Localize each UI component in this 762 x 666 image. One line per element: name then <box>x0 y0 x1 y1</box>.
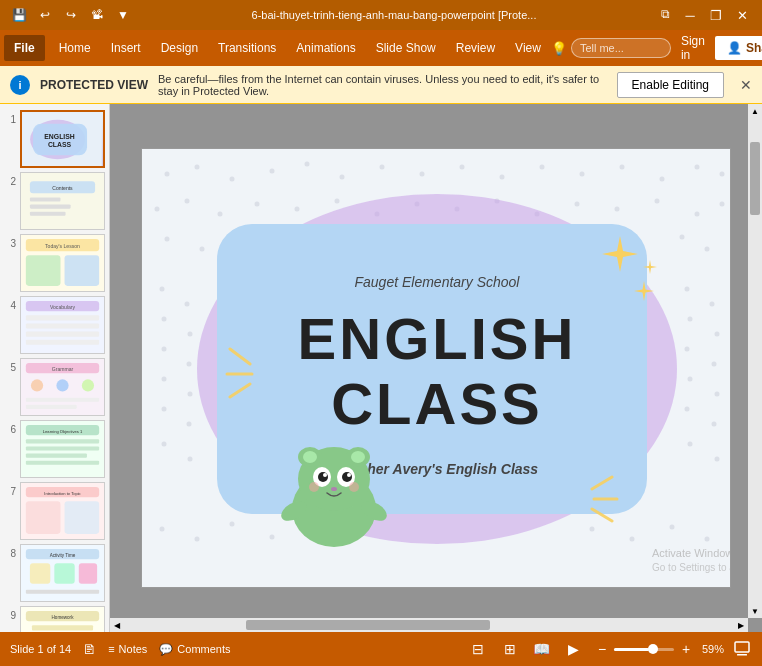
horizontal-scrollbar[interactable]: ◀ ▶ <box>110 618 748 632</box>
svg-point-27 <box>56 379 68 391</box>
slide-thumb-1[interactable]: 1 ENGLISH CLASS <box>4 110 105 168</box>
fit-slide-button[interactable] <box>732 639 752 659</box>
reading-view-button[interactable]: 📖 <box>530 637 554 661</box>
svg-text:Fauget Elementary School: Fauget Elementary School <box>355 274 521 290</box>
comments-button[interactable]: 💬 Comments <box>159 643 230 656</box>
svg-rect-21 <box>26 332 99 337</box>
scroll-track-h[interactable] <box>124 618 734 632</box>
menu-animations[interactable]: Animations <box>286 35 365 61</box>
svg-point-77 <box>255 202 260 207</box>
slide-thumb-2[interactable]: 2 Contents <box>4 172 105 230</box>
menu-bar: File Home Insert Design Transitions Anim… <box>0 30 762 66</box>
slide-thumb-5[interactable]: 5 Grammar <box>4 358 105 416</box>
svg-point-128 <box>162 442 167 447</box>
zoom-in-button[interactable]: + <box>678 641 694 657</box>
menu-insert[interactable]: Insert <box>101 35 151 61</box>
svg-point-95 <box>680 235 685 240</box>
slide-thumbnail-5[interactable]: Grammar <box>20 358 105 416</box>
scroll-track-v[interactable] <box>748 118 762 604</box>
slide-thumbnail-6[interactable]: Learning Objectives 1 <box>20 420 105 478</box>
svg-point-62 <box>305 162 310 167</box>
slide-info-icon[interactable]: 🖹 <box>83 642 96 657</box>
minimize-button[interactable]: ─ <box>678 3 702 27</box>
svg-point-124 <box>162 377 167 382</box>
svg-point-60 <box>230 177 235 182</box>
notes-button[interactable]: ≡ Notes <box>108 643 147 655</box>
svg-point-109 <box>715 332 720 337</box>
svg-point-58 <box>165 172 170 177</box>
menu-view[interactable]: View <box>505 35 551 61</box>
svg-point-99 <box>230 522 235 527</box>
tell-me-input[interactable] <box>571 38 671 58</box>
menu-review[interactable]: Review <box>446 35 505 61</box>
vertical-scrollbar[interactable]: ▲ ▼ <box>748 104 762 618</box>
taskbar-icon[interactable]: ⧉ <box>654 3 676 25</box>
menu-home[interactable]: Home <box>49 35 101 61</box>
slide-sorter-button[interactable]: ⊞ <box>498 637 522 661</box>
normal-view-button[interactable]: ⊟ <box>466 637 490 661</box>
svg-text:CLASS: CLASS <box>331 371 543 436</box>
svg-rect-46 <box>30 563 50 583</box>
menu-file[interactable]: File <box>4 35 45 61</box>
slideshow-button[interactable]: ▶ <box>562 637 586 661</box>
slide-thumb-8[interactable]: 8 Activity Time <box>4 544 105 602</box>
slide-thumbnail-3[interactable]: Today's Lesson <box>20 234 105 292</box>
slide-thumb-9[interactable]: 9 Homework <box>4 606 105 632</box>
close-bar-icon[interactable]: ✕ <box>740 77 752 93</box>
slide-thumb-7[interactable]: 7 Introduction to Topic <box>4 482 105 540</box>
menu-slideshow[interactable]: Slide Show <box>366 35 446 61</box>
save-icon[interactable]: 💾 <box>8 4 30 26</box>
scroll-right-arrow[interactable]: ▶ <box>734 618 748 632</box>
close-button[interactable]: ✕ <box>730 3 754 27</box>
zoom-slider-fill <box>614 648 649 651</box>
svg-rect-19 <box>26 315 99 320</box>
share-button[interactable]: 👤 Share <box>715 36 762 60</box>
customize-icon[interactable]: ▼ <box>112 4 134 26</box>
slide-thumbnail-7[interactable]: Introduction to Topic <box>20 482 105 540</box>
svg-point-87 <box>655 199 660 204</box>
svg-rect-37 <box>26 461 99 465</box>
svg-point-63 <box>340 175 345 180</box>
zoom-slider-track[interactable] <box>614 648 674 651</box>
svg-rect-36 <box>26 454 87 458</box>
slide-thumbnail-4[interactable]: Vocabulary <box>20 296 105 354</box>
scroll-left-arrow[interactable]: ◀ <box>110 618 124 632</box>
slide-thumb-4[interactable]: 4 Vocabulary <box>4 296 105 354</box>
redo-icon[interactable]: ↪ <box>60 4 82 26</box>
svg-point-96 <box>705 247 710 252</box>
slide-thumbnail-9[interactable]: Homework <box>20 606 105 632</box>
slide-thumbnail-2[interactable]: Contents <box>20 172 105 230</box>
undo-icon[interactable]: ↩ <box>34 4 56 26</box>
slide-canvas: Fauget Elementary School ENGLISH CLASS T… <box>141 148 731 588</box>
restore-button[interactable]: ❐ <box>704 3 728 27</box>
svg-point-98 <box>195 537 200 542</box>
svg-point-71 <box>660 177 665 182</box>
svg-point-126 <box>162 407 167 412</box>
zoom-out-button[interactable]: − <box>594 641 610 657</box>
enable-editing-button[interactable]: Enable Editing <box>617 72 724 98</box>
present-icon[interactable]: 📽 <box>86 4 108 26</box>
slide-thumbnail-8[interactable]: Activity Time <box>20 544 105 602</box>
svg-point-113 <box>715 392 720 397</box>
svg-text:Activate Windows: Activate Windows <box>652 547 731 559</box>
slide-thumb-3[interactable]: 3 Today's Lesson <box>4 234 105 292</box>
svg-point-97 <box>160 527 165 532</box>
scroll-up-arrow[interactable]: ▲ <box>748 104 762 118</box>
title-bar-left: 💾 ↩ ↪ 📽 ▼ <box>8 4 134 26</box>
svg-rect-9 <box>30 205 71 209</box>
menu-design[interactable]: Design <box>151 35 208 61</box>
slide-thumbnail-1[interactable]: ENGLISH CLASS <box>20 110 105 168</box>
sign-in-button[interactable]: Sign in <box>671 29 715 67</box>
notes-icon: ≡ <box>108 643 114 655</box>
svg-text:ENGLISH: ENGLISH <box>44 133 75 140</box>
zoom-slider-handle[interactable] <box>648 644 658 654</box>
scroll-down-arrow[interactable]: ▼ <box>748 604 762 618</box>
svg-text:Homework: Homework <box>52 615 75 620</box>
scroll-thumb-h[interactable] <box>246 620 490 630</box>
menu-transitions[interactable]: Transitions <box>208 35 286 61</box>
slide-thumb-6[interactable]: 6 Learning Objectives 1 <box>4 420 105 478</box>
svg-point-85 <box>575 202 580 207</box>
scroll-thumb-v[interactable] <box>750 142 760 215</box>
comment-icon: 💬 <box>159 643 173 656</box>
svg-point-75 <box>185 199 190 204</box>
